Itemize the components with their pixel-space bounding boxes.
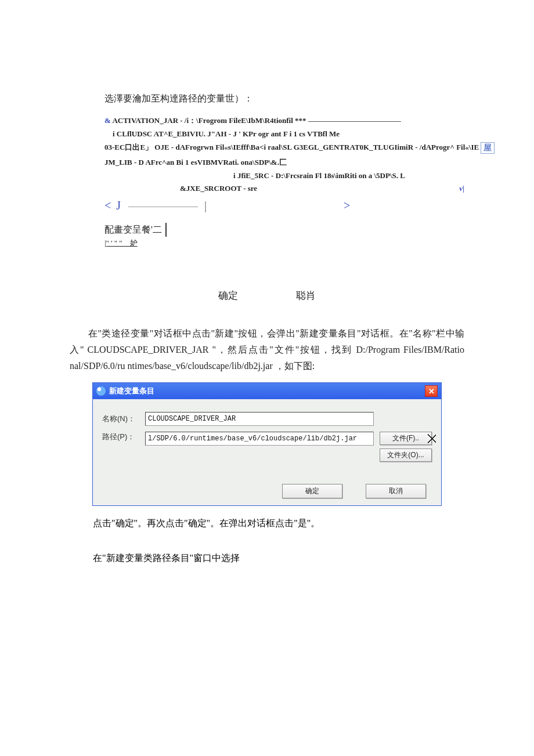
var-text: ACTIVATION_JAR - /i：\Frogrom FileE\IbM\R… [112, 116, 308, 125]
close-icon: ✕ [428, 388, 435, 395]
var-text: 03-EC口出E」 [104, 143, 153, 151]
dialog-body: 名称(N)： 路径(P)： 文件(F).. 文件夹(O)... 确定 取消 [93, 399, 441, 505]
dialog-titlebar: 新建变量条目 ✕ [93, 383, 441, 399]
var-row: i JfiE_5RC - D:\Frcsrain Fl 18s\imRiti o… [139, 171, 499, 180]
new-variable-dialog: 新建变量条目 ✕ 名称(N)： 路径(P)： 文件(F).. 文件夹(O)... [92, 382, 442, 506]
dialog-icon [96, 386, 106, 396]
folder-button[interactable]: 文件夹(O)... [380, 448, 432, 462]
path-input[interactable] [145, 432, 374, 446]
right-arrow-icon: > [344, 199, 351, 212]
ok-button[interactable]: 确定 [282, 484, 342, 498]
left-arrow-icon: < J [104, 199, 122, 212]
arrow-row: < J | > [104, 199, 499, 212]
underline-blank [308, 121, 401, 122]
small-under-text: |" ' " " 妒 [104, 238, 499, 248]
path-row: 路径(P)： 文件(F).. 文件夹(O)... [102, 432, 432, 462]
paragraph-after-dialog: 点击"确定"。再次点击"确定"。在弹出对话框点击"是"。 [93, 515, 464, 531]
confirm-row: 确定 聪肖 [35, 289, 499, 302]
dialog-title-text: 新建变量条目 [109, 386, 154, 396]
path-label: 路径(P)： [102, 432, 139, 442]
name-label: 名称(N)： [102, 414, 139, 424]
highlight-box: 屋 [481, 142, 495, 154]
paragraph-final: 在"新建变量类路径条目"窗口中选择 [93, 552, 464, 565]
var-row: i CLflUDSC AT^E_EBIVIU. J"AH - J ' KPr o… [113, 129, 499, 139]
close-button[interactable]: ✕ [425, 385, 438, 397]
config-label-row: 配畫变呈餐'二 [104, 223, 499, 237]
intro-text: 选澤要瀹加至构達路径的变量世）： [104, 93, 499, 105]
dialog-footer: 确定 取消 [102, 484, 432, 498]
name-input[interactable] [145, 412, 374, 426]
var-text: OJE - dAFrogrwn Fil«s\IEfff\Ba<i raal\SL… [154, 143, 479, 151]
paragraph-1: 在"类途径变量"对话框中点击"新建"按钮，会弹出"新建变量条目"对话框。在"名称… [70, 325, 464, 374]
path-buttons-col: 文件(F).. 文件夹(O)... [380, 432, 432, 462]
underline-blank [128, 207, 198, 207]
cancel-button[interactable]: 取消 [366, 484, 426, 498]
ok-label: 确定 [218, 289, 238, 302]
variable-list: & ACTIVATION_JAR - /i：\Frogrom FileE\IbM… [104, 115, 499, 237]
document-page: 选澤要瀹加至构達路径的变量世）： & ACTIVATION_JAR - /i：\… [0, 0, 534, 588]
var-text: &JXE_SRCROOT - sre [180, 184, 257, 193]
scroll-marker: v| [459, 184, 464, 193]
file-button[interactable]: 文件(F).. [380, 432, 432, 445]
var-row: 03-EC口出E」 OJE - dAFrogrwn Fil«s\IEfff\Ba… [104, 142, 499, 154]
bar-icon [165, 223, 167, 237]
small-under-inner: " ' " " 妒 [106, 238, 138, 247]
config-label: 配畫变呈餐'二 [104, 224, 162, 236]
ampersand: & [104, 116, 111, 125]
var-row: JM_LIB - D AFrc^an Bi 1 esVIBMVRati. ona… [104, 157, 499, 168]
var-row: & ACTIVATION_JAR - /i：\Frogrom FileE\IbM… [104, 115, 499, 126]
name-row: 名称(N)： [102, 412, 432, 426]
var-row: &JXE_SRCROOT - sre v| [104, 184, 499, 193]
cancel-label: 聪肖 [296, 289, 316, 302]
